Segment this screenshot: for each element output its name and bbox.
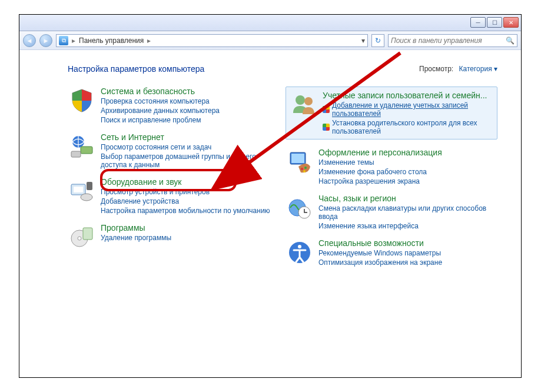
svg-rect-4 — [74, 187, 83, 192]
maximize-button[interactable]: ☐ — [487, 17, 502, 28]
hardware-icon — [68, 177, 96, 205]
svg-rect-6 — [87, 182, 92, 190]
svg-rect-2 — [71, 151, 81, 157]
address-dropdown-icon[interactable]: ▾ — [361, 36, 365, 45]
link-backup[interactable]: Архивирование данных компьютера — [101, 107, 220, 115]
category-user-accounts: Учетные записи пользователей и семейн...… — [290, 91, 493, 135]
svg-point-8 — [78, 237, 81, 240]
svg-point-14 — [301, 168, 303, 170]
link-resolution[interactable]: Настройка разрешения экрана — [318, 177, 442, 185]
svg-point-15 — [304, 167, 307, 169]
category-title[interactable]: Специальные возможности — [318, 238, 442, 248]
link-ui-language[interactable]: Изменение языка интерфейса — [318, 222, 497, 230]
svg-point-5 — [81, 194, 92, 201]
category-network: Сеть и Интернет Просмотр состояния сети … — [68, 132, 280, 169]
link-troubleshoot[interactable]: Поиск и исправление проблем — [101, 116, 220, 124]
category-title[interactable]: Часы, язык и регион — [318, 194, 497, 203]
svg-point-16 — [303, 170, 306, 172]
link-add-remove-accounts[interactable]: Добавление и удаление учетных записей по… — [323, 101, 493, 118]
link-homegroup[interactable]: Выбор параметров домашней группы и общег… — [101, 152, 280, 169]
toolbar: ◄ ► ⧉ ▸ Панель управления ▸ ▾ ↻ 🔍 — [19, 31, 521, 50]
forward-button[interactable]: ► — [39, 34, 52, 47]
view-setting: Просмотр: Категория ▾ — [419, 65, 497, 73]
view-label: Просмотр: — [419, 65, 453, 73]
link-network-status[interactable]: Просмотр состояния сети и задач — [101, 143, 280, 151]
link-add-device[interactable]: Добавление устройства — [101, 197, 270, 205]
ease-of-access-icon — [286, 238, 314, 267]
breadcrumb-root[interactable]: Панель управления — [79, 36, 144, 45]
search-box[interactable]: 🔍 — [388, 34, 517, 47]
category-appearance: Оформление и персонализация Изменение те… — [286, 148, 497, 185]
category-system-security: Система и безопасность Проверка состояни… — [68, 87, 280, 124]
close-button[interactable]: ✕ — [503, 17, 519, 28]
link-mobility[interactable]: Настройка параметров мобильности по умол… — [101, 207, 270, 215]
link-theme[interactable]: Изменение темы — [318, 158, 442, 167]
svg-point-11 — [304, 97, 313, 105]
category-programs: Программы Удаление программы — [68, 223, 280, 251]
view-value-dropdown[interactable]: Категория ▾ — [459, 65, 497, 73]
search-icon[interactable]: 🔍 — [506, 36, 515, 45]
refresh-button[interactable]: ↻ — [371, 34, 384, 47]
clock-icon — [286, 194, 314, 222]
link-recommended[interactable]: Рекомендуемые Windows параметры — [318, 249, 442, 257]
shield-icon — [323, 124, 330, 131]
network-icon — [68, 132, 96, 161]
category-title[interactable]: Учетные записи пользователей и семейн... — [323, 91, 493, 100]
crumb-sep-icon: ▸ — [72, 36, 75, 45]
shield-icon — [323, 106, 330, 113]
category-title[interactable]: Сеть и Интернет — [101, 132, 280, 142]
appearance-icon — [286, 148, 314, 176]
link-keyboard-layout[interactable]: Смена раскладки клавиатуры или других сп… — [318, 204, 497, 221]
category-title[interactable]: Оборудование и звук — [101, 177, 270, 187]
category-title[interactable]: Оформление и персонализация — [318, 148, 442, 157]
programs-icon — [68, 223, 96, 251]
category-clock-lang-region: Часы, язык и регион Смена раскладки клав… — [286, 194, 497, 230]
category-title[interactable]: Программы — [101, 223, 171, 232]
svg-point-20 — [298, 245, 301, 248]
search-input[interactable] — [391, 36, 515, 45]
titlebar: ─ ☐ ✕ — [19, 15, 521, 31]
link-wallpaper[interactable]: Изменение фона рабочего стола — [318, 168, 442, 176]
link-devices-printers[interactable]: Просмотр устройств и принтеров — [101, 188, 270, 196]
link-parental-control[interactable]: Установка родительского контроля для все… — [323, 119, 493, 135]
crumb-sep-icon: ▸ — [147, 36, 151, 45]
link-uninstall[interactable]: Удаление программы — [101, 234, 171, 242]
system-security-icon — [68, 87, 96, 115]
minimize-button[interactable]: ─ — [470, 17, 486, 28]
back-button[interactable]: ◄ — [23, 34, 36, 47]
link-check-status[interactable]: Проверка состояния компьютера — [101, 97, 220, 105]
address-bar[interactable]: ⧉ ▸ Панель управления ▸ ▾ — [56, 34, 368, 47]
svg-rect-9 — [83, 228, 92, 240]
category-ease-of-access: Специальные возможности Рекомендуемые Wi… — [286, 238, 497, 267]
link-optimize-display[interactable]: Оптимизация изображения на экране — [318, 258, 442, 267]
user-accounts-icon — [290, 91, 318, 119]
svg-rect-1 — [81, 147, 92, 154]
svg-point-10 — [296, 95, 305, 105]
svg-rect-13 — [291, 154, 304, 163]
category-hardware: Оборудование и звук Просмотр устройств и… — [68, 177, 280, 215]
control-panel-icon: ⧉ — [59, 36, 68, 45]
page-title: Настройка параметров компьютера — [68, 64, 204, 74]
category-title[interactable]: Система и безопасность — [101, 87, 220, 96]
